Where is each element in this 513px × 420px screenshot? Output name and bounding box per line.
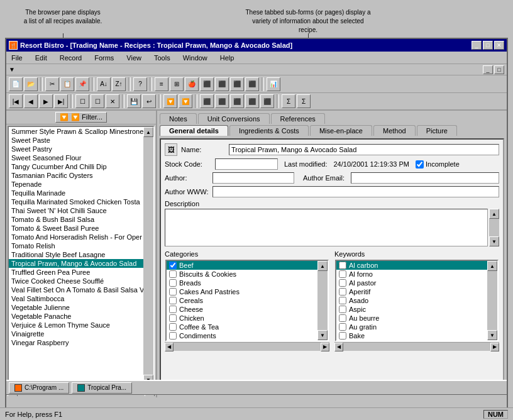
sort-az-button[interactable]: A↓ (97, 77, 111, 91)
tb-btn-12[interactable]: 📊 (267, 77, 280, 91)
nav-btn-extra1[interactable]: ⬛ (200, 94, 214, 108)
kw-scroll-down[interactable]: ▼ (487, 330, 497, 340)
recipe-item[interactable]: Veal Saltimbocca (9, 294, 143, 303)
author-input[interactable] (212, 172, 294, 184)
menu-help[interactable]: Help (218, 53, 237, 62)
menu-tools[interactable]: Tools (152, 53, 173, 62)
category-checkbox[interactable] (169, 314, 177, 322)
categories-list[interactable]: BeefBiscuits & CookiesBreadsCakes And Pa… (167, 261, 317, 340)
category-item[interactable]: Biscuits & Cookies (167, 270, 317, 279)
scroll-up-arrow[interactable]: ▲ (143, 127, 153, 137)
menu-view[interactable]: View (124, 53, 144, 62)
nav-btn-extra5[interactable]: ⬛ (260, 94, 274, 108)
category-checkbox[interactable] (169, 288, 177, 296)
kw-hleft[interactable]: ◀ (334, 343, 343, 351)
desc-scroll-up[interactable]: ▲ (489, 209, 499, 219)
sort-za-button[interactable]: Z↑ (112, 77, 126, 91)
paste-button[interactable]: 📌 (75, 77, 89, 91)
keyword-checkbox[interactable] (339, 297, 346, 304)
nav-new[interactable]: ☐ (75, 94, 89, 108)
recipe-item[interactable]: Truffled Green Pea Puree (9, 268, 143, 277)
name-input[interactable] (229, 144, 499, 155)
keyword-checkbox[interactable] (339, 306, 346, 313)
nav-sigma[interactable]: Σ (282, 94, 295, 108)
recipe-item[interactable]: Tomato And Horseradish Relish - For Oper (9, 233, 143, 241)
keyword-item[interactable]: Aspic (336, 305, 487, 314)
tb-btn-11[interactable]: ⬛ (245, 77, 259, 91)
close-button[interactable]: ✕ (494, 41, 504, 50)
tab-method[interactable]: Method (373, 125, 416, 136)
keyword-checkbox[interactable] (339, 288, 346, 296)
tab-picture[interactable]: Picture (417, 125, 457, 136)
category-checkbox[interactable] (169, 297, 177, 304)
tb-btn-10[interactable]: ⬛ (230, 77, 244, 91)
tab-general-details[interactable]: General details (160, 125, 228, 136)
recipe-item[interactable]: Tasmanian Pacific Oysters (9, 171, 143, 180)
keyword-item[interactable]: Bake (336, 331, 487, 340)
recipe-list[interactable]: Summer Style Prawn & Scallop MinestroneS… (9, 127, 143, 385)
keyword-item[interactable]: Al carbon (336, 261, 487, 270)
cat-htrack[interactable] (174, 343, 321, 351)
keywords-list[interactable]: Al carbonAl fornoAl pastorAperitifAsadoA… (336, 261, 487, 340)
recipe-item[interactable]: Vegetable Julienne (9, 303, 143, 312)
tb-btn-6[interactable]: ⊞ (170, 77, 184, 91)
category-item[interactable]: Cakes And Pastries (167, 287, 317, 296)
tab-ingredients-costs[interactable]: Ingredients & Costs (229, 125, 309, 136)
recipe-item[interactable]: Tequilla Marinade (9, 189, 143, 197)
author-www-input[interactable] (212, 186, 499, 197)
description-textarea[interactable] (165, 209, 488, 246)
keyword-checkbox[interactable] (339, 323, 346, 331)
keyword-item[interactable]: Au gratin (336, 323, 487, 331)
maximize-button[interactable]: □ (483, 41, 493, 50)
recipe-item[interactable]: Tropical Prawn, Mango & Avocado Salad (9, 259, 143, 268)
nav-btn-extra2[interactable]: ⬛ (215, 94, 229, 108)
incomplete-check[interactable]: Incomplete (416, 160, 460, 169)
keyword-checkbox[interactable] (339, 314, 346, 322)
category-checkbox[interactable] (169, 323, 177, 331)
recipe-item[interactable]: Twice Cooked Cheese Soufflé (9, 277, 143, 285)
category-checkbox[interactable] (169, 270, 177, 278)
new-button[interactable]: 📄 (9, 77, 23, 91)
keyword-checkbox[interactable] (339, 262, 346, 269)
keyword-item[interactable]: Al forno (336, 270, 487, 279)
recipe-item[interactable]: Tomato & Sweet Basil Puree (9, 224, 143, 233)
kw-hright[interactable]: ▶ (490, 343, 499, 351)
recipe-item[interactable]: Tepenade (9, 180, 143, 189)
keywords-scrollbar[interactable]: ▲ ▼ (487, 261, 497, 340)
recipe-item[interactable]: Vegetable Panache (9, 312, 143, 321)
tab-mise-en-place[interactable]: Mise-en-place (310, 125, 372, 136)
nav-btn-extra3[interactable]: ⬛ (230, 94, 244, 108)
kw-hscrollbar[interactable]: ◀ ▶ (334, 342, 499, 351)
category-checkbox[interactable] (169, 332, 177, 340)
tb-btn-9[interactable]: ⬛ (215, 77, 229, 91)
nav-btn-extra4[interactable]: ⬛ (245, 94, 259, 108)
tb-btn-7[interactable]: 🍎 (185, 77, 199, 91)
help-button[interactable]: ? (133, 77, 147, 91)
menu-edit[interactable]: Edit (33, 53, 50, 62)
recipe-item[interactable]: Tomato & Bush Basil Salsa (9, 215, 143, 224)
keyword-item[interactable]: Au beurre (336, 314, 487, 323)
tb-btn-5[interactable]: ≡ (155, 77, 168, 91)
kw-scroll-up[interactable]: ▲ (487, 261, 497, 271)
category-checkbox[interactable] (169, 279, 177, 287)
keyword-checkbox[interactable] (339, 279, 346, 287)
recipe-item[interactable]: Vinegar Raspberry (9, 338, 143, 347)
category-item[interactable]: Chicken (167, 314, 317, 323)
category-item[interactable]: Breads (167, 279, 317, 287)
category-item[interactable]: Beef (167, 261, 317, 270)
nav-last[interactable]: ▶| (54, 94, 68, 108)
nav-next[interactable]: ▶ (39, 94, 53, 108)
nav-dup[interactable]: ☐ (91, 94, 104, 108)
author-email-input[interactable] (351, 172, 499, 184)
keyword-item[interactable]: Al pastor (336, 279, 487, 287)
recipe-item[interactable]: Thai Sweet 'N' Hot Chilli Sauce (9, 206, 143, 215)
scroll-track[interactable] (143, 137, 153, 375)
nav-sigma2[interactable]: Σ (297, 94, 311, 108)
recipe-item[interactable]: Summer Style Prawn & Scallop Minestrone (9, 127, 143, 136)
nav-restore[interactable]: ↩ (142, 94, 156, 108)
tb-btn-8[interactable]: ⬛ (200, 77, 214, 91)
category-item[interactable]: Condiments (167, 331, 317, 340)
menu-record[interactable]: Record (57, 53, 84, 62)
keyword-item[interactable]: Aperitif (336, 287, 487, 296)
incomplete-checkbox[interactable] (416, 160, 424, 169)
